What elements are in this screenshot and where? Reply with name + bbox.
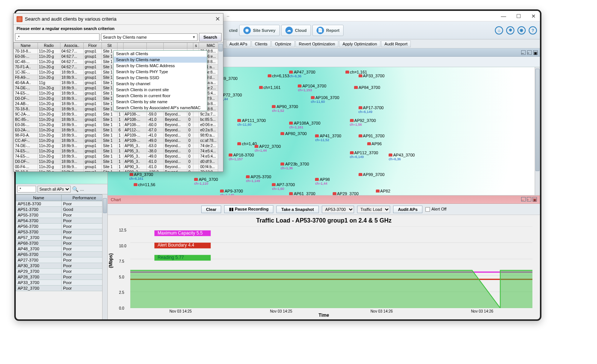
ap-node[interactable]: AP98ch=1,44 [315, 177, 330, 185]
table-row[interactable]: BC-85-..11n-20-g18:8b:9...group1Site 11A… [14, 117, 223, 122]
table-row[interactable]: AP30_3700Poor [16, 263, 107, 269]
close-button[interactable]: ✕ [531, 14, 536, 19]
ap-filter-select[interactable]: Search all APs [38, 186, 71, 193]
column-header[interactable]: Floor [83, 43, 102, 49]
table-row[interactable]: CC-AF-..11n-20-g18:8b:9...group1Site 11A… [14, 138, 223, 143]
table-row[interactable]: AP51-3700Good [16, 207, 107, 212]
scrollbar[interactable] [102, 194, 107, 319]
table-row[interactable]: 74-E5-...11n-20-g18:8b:9...group1Site 11… [14, 154, 223, 159]
ap-node[interactable]: ch=11,56 [134, 182, 155, 187]
dropdown-option[interactable]: Search by Clients name [114, 57, 207, 63]
audit-aps-button[interactable]: Audit APs [226, 41, 251, 47]
clear-button[interactable]: Clear [201, 206, 222, 213]
ap-node[interactable]: ch=1,40 [237, 141, 256, 146]
ap-node[interactable]: AP80_3700 [280, 131, 307, 136]
ap-node[interactable]: AP91_3700 [359, 134, 385, 138]
ap-node[interactable]: AP84_3700 [354, 85, 380, 90]
minimize-button[interactable]: — [501, 14, 506, 19]
table-row[interactable]: D0-DF-..11n-20-g18:8b:9...group1Site 11A… [14, 159, 223, 164]
ap-node[interactable]: AP17-3700ch=6,149 [359, 105, 384, 114]
panel-restore-icon[interactable]: ▫ [527, 50, 532, 55]
dropdown-option[interactable]: Search by channel [114, 81, 207, 87]
ap-node[interactable]: AP92_3700ch=1,56 [350, 118, 376, 126]
table-row[interactable]: AP29_3700Poor [16, 269, 107, 274]
table-row[interactable]: AP28_3700Poor [16, 274, 107, 280]
ap-node[interactable]: AP112_3700ch=6,149 [350, 150, 378, 159]
column-header[interactable]: Performance [61, 195, 107, 201]
chart-ap-select[interactable]: AP53-3700 [322, 206, 354, 213]
snapshot-button[interactable]: Take a Snapshot [276, 206, 319, 213]
maximize-button[interactable]: ☐ [516, 14, 521, 19]
gear-icon[interactable]: ✱ [506, 26, 514, 35]
ap-node[interactable]: AP18-3700ch=1,157 [229, 153, 254, 161]
alert-off-checkbox[interactable]: Alert Off [425, 207, 446, 212]
map-scrollbar[interactable] [535, 67, 540, 195]
ap-node[interactable]: AP90_3700ch=1,52 [272, 104, 298, 113]
more-icon[interactable]: … [80, 187, 84, 191]
column-header[interactable]: Radio [38, 43, 60, 49]
table-row[interactable]: AP55-3700Poor [16, 212, 107, 218]
table-row[interactable]: AP54-3700Poor [16, 218, 107, 224]
dropdown-option[interactable]: Search Clients in current site [114, 87, 207, 93]
dropdown-option[interactable]: Search by Clients MAC Address [114, 63, 207, 69]
cloud-button[interactable]: ☁Cloud [281, 25, 311, 36]
pause-recording-button[interactable]: ▮▮ Pause Recording [224, 205, 273, 213]
ap-filter-input[interactable] [17, 186, 36, 193]
column-header[interactable] [187, 43, 193, 49]
column-header[interactable]: Name [16, 195, 62, 201]
table-row[interactable]: AP48_3700Poor [16, 246, 107, 252]
table-row[interactable]: 98-F0-A.11n-20-g18:8b:9...group1Site 11A… [14, 133, 223, 138]
ap-node[interactable]: AP104_3700ch=1,153 [298, 84, 326, 92]
table-row[interactable]: AP27-3700Poor [16, 257, 107, 263]
ap-performance-table[interactable]: NamePerformance AP51B-3700PoorAP51-3700G… [16, 194, 107, 319]
column-header[interactable]: Sit [102, 43, 118, 49]
dialog-close-button[interactable]: ✕ [215, 15, 220, 23]
table-row[interactable]: 9C-2A-...11n-20-g18:8b:9...group1Site 11… [14, 112, 223, 117]
ap-node[interactable]: AP108A_3700ch=1,161 [289, 121, 320, 129]
column-header[interactable] [123, 43, 146, 49]
dropdown-option[interactable]: Search by Clients SSID [114, 75, 207, 81]
chart-minimize-icon[interactable]: – [521, 197, 526, 202]
table-row[interactable]: 00-F4-...11n-20-g18:8b:9...group1Site 11… [14, 164, 223, 170]
dropdown-option[interactable]: Search Clients in current floor [114, 93, 207, 99]
ap-node[interactable]: AP29_3700ch=6,44 [333, 191, 359, 196]
table-row[interactable]: E0-2A-...11n-20-g18:8b:9...group1Site 16… [14, 128, 223, 133]
table-row[interactable]: AP33_3700Poor [16, 280, 107, 286]
home-icon[interactable]: ⌂ [495, 26, 503, 35]
ap-node[interactable]: AP43_3700ch=6,36 [389, 153, 415, 161]
table-row[interactable]: AP51B-3700Poor [16, 201, 107, 207]
table-row[interactable]: AP57_3700Poor [16, 235, 107, 241]
ap-node[interactable]: AP47_3700ch=6,36 [289, 70, 315, 78]
ap-node[interactable]: AP99_3700 [359, 172, 385, 177]
search-button[interactable]: Search [199, 33, 222, 41]
ap-node[interactable]: AP23b_3700ch=1,36 [280, 162, 309, 170]
search-criterion-select[interactable]: Search by Clients name [101, 33, 197, 41]
ap-node[interactable]: ch=6,153 [268, 74, 289, 78]
ap-node[interactable]: AP82 [376, 189, 390, 193]
column-header[interactable] [164, 43, 187, 49]
ap-node[interactable]: AP25-3700ch=1,149 [246, 174, 271, 183]
ap-node[interactable]: AP3_3700ch=6,161 [130, 172, 153, 180]
chart-restore-icon[interactable]: ▫ [527, 197, 531, 202]
chart-audit-aps-button[interactable]: Audit APs [393, 206, 422, 213]
column-header[interactable]: s [193, 43, 199, 49]
audit-report-button[interactable]: Audit Report [381, 41, 411, 47]
column-header[interactable]: Name [14, 43, 38, 49]
ap-node[interactable]: ch=1,161 [259, 85, 281, 90]
ap-node[interactable]: AP6_3700ch=1,110 [194, 177, 218, 185]
table-row[interactable]: E0-06-...11n-20-g18:8b:9...group1Site 11… [14, 122, 223, 128]
dialog-titlebar[interactable]: Search and audit clients by various crit… [14, 14, 223, 25]
site-survey-button[interactable]: ◉Site Survey [239, 25, 280, 36]
table-row[interactable]: AP56-3700Poor [16, 224, 107, 229]
table-row[interactable]: AP65-3700Poor [16, 252, 107, 257]
table-row[interactable]: AP53-3700Poor [16, 229, 107, 235]
apply-optimization-button[interactable]: Apply Optimization [339, 41, 380, 47]
ap-node[interactable]: AP7-3700ch=1,60 [272, 182, 295, 191]
ap-node[interactable]: AP33_3700 [359, 74, 385, 78]
table-row[interactable]: AP68-3700Poor [16, 241, 107, 246]
column-header[interactable] [117, 43, 123, 49]
ap-node[interactable]: AP41_3700ch=11,52 [315, 134, 341, 142]
stop-icon[interactable]: ◉ [517, 26, 526, 35]
clients-button[interactable]: Clients [252, 41, 271, 47]
ap-node[interactable]: AP9-3700ch=1,149 [220, 189, 243, 196]
